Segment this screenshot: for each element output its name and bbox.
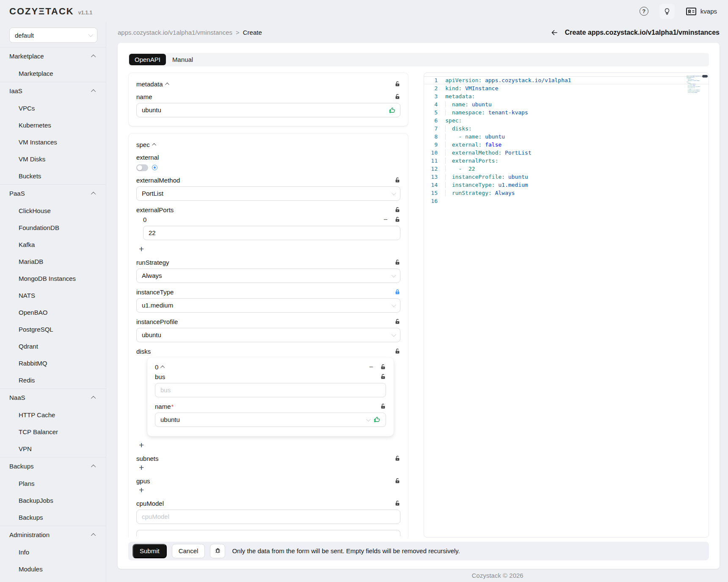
user-menu[interactable]: kvaps xyxy=(686,7,717,16)
form-column: metadata name xyxy=(128,72,408,538)
externalMethod-select[interactable]: PortList xyxy=(136,186,400,201)
lock-open-icon[interactable] xyxy=(394,81,400,87)
add-gpu-button[interactable]: + xyxy=(139,485,144,494)
runStrategy-select[interactable]: Always xyxy=(136,269,400,283)
lock-open-icon[interactable] xyxy=(380,374,386,380)
code-line[interactable]: 5 namespace:tenant-kvaps xyxy=(424,108,709,116)
remove-item-button[interactable]: − xyxy=(383,216,388,223)
sidebar-item[interactable]: VPN xyxy=(0,440,106,457)
sidebar-item[interactable]: PostgreSQL xyxy=(0,321,106,338)
sidebar-section[interactable]: Administration xyxy=(0,526,106,543)
theme-toggle-button[interactable] xyxy=(659,4,675,19)
lock-open-icon[interactable] xyxy=(380,364,386,370)
sidebar-item[interactable]: Info xyxy=(0,543,106,560)
lock-open-icon[interactable] xyxy=(380,403,386,409)
name-input[interactable] xyxy=(142,106,395,114)
lock-open-icon[interactable] xyxy=(394,319,400,324)
sidebar-item[interactable]: HTTP Cache xyxy=(0,406,106,423)
sidebar-item[interactable]: Qdrant xyxy=(0,338,106,355)
sidebar-section[interactable]: Backups xyxy=(0,457,106,475)
sidebar-item[interactable]: RabbitMQ xyxy=(0,355,106,371)
breadcrumb-path[interactable]: apps.cozystack.io/v1alpha1/vminstances xyxy=(118,29,232,36)
code-line[interactable]: 4 name:ubuntu xyxy=(424,100,709,108)
code-line[interactable]: 16 xyxy=(424,197,709,205)
lock-open-icon[interactable] xyxy=(394,500,400,506)
code-line[interactable]: 10 externalMethod:PortList xyxy=(424,149,709,157)
field-label-instanceProfile: instanceProfile xyxy=(136,318,178,325)
sidebar-item[interactable]: Plans xyxy=(0,475,106,492)
add-externalPort-button[interactable]: + xyxy=(139,244,144,253)
sidebar-section[interactable]: NaaS xyxy=(0,388,106,406)
yaml-editor[interactable]: 1apiVersion:apps.cozystack.io/v1alpha1 2… xyxy=(424,72,709,538)
code-line[interactable]: 1apiVersion:apps.cozystack.io/v1alpha1 xyxy=(424,76,709,84)
default-value-icon[interactable] xyxy=(152,165,157,170)
code-line[interactable]: 3metadata: xyxy=(424,92,709,100)
sidebar-item[interactable]: MongoDB Instances xyxy=(0,270,106,287)
sidebar-item[interactable]: FoundationDB xyxy=(0,219,106,236)
cpuModel-input[interactable] xyxy=(142,513,395,520)
lock-open-icon[interactable] xyxy=(394,259,400,265)
sidebar-item[interactable]: NATS xyxy=(0,287,106,304)
lock-open-icon[interactable] xyxy=(394,216,400,222)
sidebar-item[interactable]: Kubernetes xyxy=(0,116,106,133)
back-arrow-icon[interactable] xyxy=(550,28,559,37)
sidebar-item[interactable]: ClickHouse xyxy=(0,202,106,219)
tab-openapi[interactable]: OpenAPI xyxy=(129,54,166,65)
code-line[interactable]: 15 runStrategy:Always xyxy=(424,189,709,197)
metadata-section-toggle[interactable]: metadata xyxy=(136,80,169,88)
externalPorts-input[interactable] xyxy=(149,229,395,236)
help-icon[interactable]: ? xyxy=(640,7,648,16)
sidebar-item[interactable]: VM Instances xyxy=(0,133,106,150)
lock-closed-icon[interactable] xyxy=(394,289,400,295)
code-line[interactable]: 13 instanceProfile:ubuntu xyxy=(424,173,709,181)
code-line[interactable]: 2kind:VMInstance xyxy=(424,84,709,92)
sidebar-section[interactable]: PaaS xyxy=(0,184,106,202)
remove-disk-button[interactable]: − xyxy=(369,363,373,371)
spec-section-toggle[interactable]: spec xyxy=(136,141,156,148)
sidebar-item[interactable]: Kafka xyxy=(0,236,106,253)
sidebar-item[interactable]: Redis xyxy=(0,371,106,388)
sidebar-item[interactable]: MariaDB xyxy=(0,253,106,270)
bus-input[interactable] xyxy=(160,386,381,394)
code-line[interactable]: 8 - name:ubuntu xyxy=(424,133,709,141)
instanceProfile-select[interactable]: ubuntu xyxy=(136,328,400,342)
sidebar-item[interactable]: Modules xyxy=(0,560,106,577)
lock-open-icon[interactable] xyxy=(394,455,400,461)
lock-open-icon[interactable] xyxy=(394,478,400,484)
sidebar-item[interactable]: OpenBAO xyxy=(0,304,106,321)
namespace-select[interactable]: default xyxy=(9,28,97,43)
disk-name-select[interactable]: ubuntu xyxy=(155,413,386,427)
lock-open-icon[interactable] xyxy=(394,348,400,354)
editor-minimap[interactable]: apiVersion:apps.cozystack.io/v1alpha1 ki… xyxy=(687,76,702,95)
disk-item-toggle[interactable]: 0 xyxy=(155,363,165,371)
code-line[interactable]: 9 external:false xyxy=(424,141,709,149)
sidebar-item[interactable]: VM Disks xyxy=(0,150,106,167)
submit-button[interactable]: Submit xyxy=(132,544,167,558)
add-disk-button[interactable]: + xyxy=(139,441,144,449)
external-toggle[interactable] xyxy=(136,164,148,171)
sidebar-item[interactable]: BackupJobs xyxy=(0,492,106,509)
lock-open-icon[interactable] xyxy=(394,207,400,213)
lock-open-icon[interactable] xyxy=(394,177,400,183)
sidebar-section[interactable]: Marketplace xyxy=(0,47,106,65)
code-line[interactable]: 7 disks: xyxy=(424,125,709,133)
code-line[interactable]: 12 - 22 xyxy=(424,165,709,173)
code-line[interactable]: 14 instanceType:u1.medium xyxy=(424,181,709,189)
cancel-button[interactable]: Cancel xyxy=(172,544,205,558)
sidebar-item[interactable]: Buckets xyxy=(0,167,106,184)
lock-open-icon[interactable] xyxy=(394,94,400,100)
sidebar-section[interactable]: IaaS xyxy=(0,82,106,100)
bug-icon xyxy=(214,547,221,554)
debug-button[interactable] xyxy=(210,544,225,558)
tab-manual[interactable]: Manual xyxy=(167,54,199,65)
editor-scrollbar-thumb[interactable] xyxy=(702,75,708,78)
instanceType-select[interactable]: u1.medium xyxy=(136,298,400,313)
sidebar-item[interactable]: Marketplace xyxy=(0,65,106,82)
code-line[interactable]: 6spec: xyxy=(424,116,709,125)
sidebar-item[interactable]: VPCs xyxy=(0,100,106,116)
code-line[interactable]: 11 externalPorts: xyxy=(424,157,709,165)
breadcrumb-row: apps.cozystack.io/v1alpha1/vminstances >… xyxy=(106,22,728,43)
sidebar-item[interactable]: TCP Balancer xyxy=(0,423,106,440)
sidebar-item[interactable]: Backups xyxy=(0,509,106,526)
add-subnet-button[interactable]: + xyxy=(139,463,144,472)
